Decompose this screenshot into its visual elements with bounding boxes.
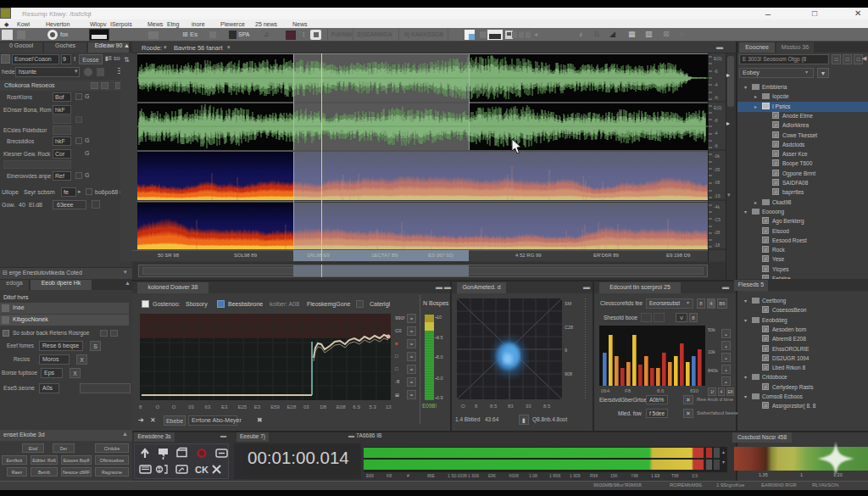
svg-text:CK: CK (195, 465, 209, 475)
